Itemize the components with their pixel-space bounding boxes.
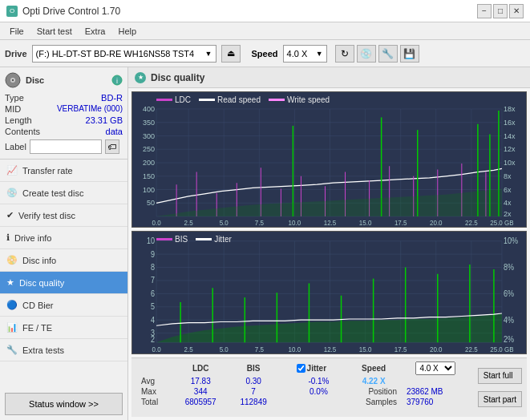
svg-text:0.0: 0.0	[152, 219, 161, 226]
maximize-button[interactable]: □	[493, 4, 508, 18]
svg-text:10x: 10x	[504, 159, 516, 167]
nav-disc-info[interactable]: 📀 Disc info	[0, 249, 127, 272]
cd-bier-icon: 🔵	[6, 300, 18, 310]
stats-buttons: Start full Start part	[478, 361, 522, 414]
svg-text:15.0: 15.0	[359, 345, 372, 353]
fe-te-icon: 📊	[6, 322, 18, 333]
nav-create-test-disc-label: Create test disc	[22, 188, 83, 198]
disc-info-icon: 📀	[6, 255, 18, 265]
svg-text:200: 200	[143, 159, 155, 167]
disc-header-icon: i	[111, 75, 123, 86]
svg-text:12x: 12x	[504, 145, 516, 153]
svg-text:6%: 6%	[504, 289, 514, 298]
col-jitter: Jitter	[292, 361, 346, 376]
svg-text:0.0: 0.0	[152, 345, 160, 353]
svg-text:12.5: 12.5	[324, 345, 337, 353]
svg-text:17.5: 17.5	[394, 219, 407, 226]
titlebar: O Opti Drive Control 1.70 − □ ✕	[0, 0, 530, 22]
nav-drive-info-label: Drive info	[14, 233, 51, 243]
close-button[interactable]: ✕	[509, 4, 524, 18]
col-speed-select: 4.0 X	[402, 361, 470, 376]
stats-avg-row: Avg 17.83 0.30 -0.1% 4.22 X	[136, 376, 470, 386]
drive-label: Drive	[5, 49, 27, 59]
svg-text:2%: 2%	[504, 334, 514, 344]
nav-extra-tests[interactable]: 🔧 Extra tests	[0, 339, 127, 361]
menu-help[interactable]: Help	[111, 25, 143, 38]
svg-text:5.0: 5.0	[220, 345, 229, 353]
col-empty	[278, 361, 291, 376]
svg-text:100: 100	[143, 185, 155, 193]
menu-start-test[interactable]: Start test	[30, 25, 79, 38]
svg-text:15.0: 15.0	[359, 219, 372, 226]
status-window-button[interactable]: Status window >>	[5, 393, 123, 415]
drivebar: Drive (F:) HL-DT-ST BD-RE WH16NS58 TST4 …	[0, 40, 530, 67]
svg-text:6: 6	[151, 289, 156, 298]
svg-text:400: 400	[143, 105, 155, 113]
legend-read-speed: Read speed	[199, 95, 261, 104]
settings-button[interactable]: 🔧	[378, 45, 398, 63]
disc-contents-row: Contents data	[5, 127, 123, 136]
label-input[interactable]	[30, 139, 102, 154]
stats-bar: LDC BIS Jitter Speed	[131, 357, 527, 417]
menubar: File Start test Extra Help	[0, 22, 530, 40]
disc-header: Disc i	[5, 72, 123, 88]
svg-text:12.5: 12.5	[324, 219, 337, 226]
svg-text:50: 50	[147, 199, 155, 207]
svg-text:18x: 18x	[504, 105, 516, 113]
nav-drive-info[interactable]: ℹ Drive info	[0, 227, 127, 249]
speed-select-right[interactable]: 4.0 X	[415, 361, 455, 375]
svg-text:4%: 4%	[504, 315, 514, 325]
app-title: Opti Drive Control 1.70	[22, 6, 120, 17]
start-part-button[interactable]: Start part	[478, 391, 522, 407]
start-full-button[interactable]: Start full	[478, 368, 522, 384]
svg-text:2.5: 2.5	[184, 219, 194, 226]
nav-cd-bier-label: CD Bier	[22, 301, 54, 310]
svg-text:10.0: 10.0	[289, 219, 301, 226]
menu-file[interactable]: File	[3, 25, 30, 38]
svg-point-2	[12, 79, 14, 81]
stats-total-row: Total 6805957 112849 Samples 379760	[136, 397, 470, 407]
legend-write-speed: Write speed	[269, 95, 330, 104]
save-button[interactable]: 💾	[400, 45, 419, 63]
svg-text:25.0 GB: 25.0 GB	[490, 345, 514, 353]
drive-select-arrow: ▼	[205, 50, 212, 58]
nav-disc-quality-label: Disc quality	[19, 278, 64, 288]
svg-text:2.5: 2.5	[184, 345, 193, 353]
app-icon: O	[6, 6, 18, 17]
svg-text:5.0: 5.0	[220, 219, 229, 226]
svg-text:4: 4	[151, 315, 156, 325]
minimize-button[interactable]: −	[477, 4, 492, 18]
drive-select[interactable]: (F:) HL-DT-ST BD-RE WH16NS58 TST4 ▼	[32, 45, 216, 63]
disc-panel: Disc i Type BD-R MID VERBATIMe (000) Len…	[0, 67, 127, 160]
content-header: ★ Disc quality	[128, 67, 530, 88]
disc-type-row: Type BD-R	[5, 93, 123, 103]
drive-info-icon: ℹ	[6, 232, 10, 243]
svg-text:6x: 6x	[504, 185, 512, 193]
nav-verify-test-disc-label: Verify test disc	[18, 211, 75, 220]
speed-select[interactable]: 4.0 X ▼	[283, 45, 327, 63]
transfer-rate-icon: 📈	[6, 165, 18, 176]
refresh-button[interactable]: ↻	[335, 45, 354, 63]
label-icon-button[interactable]: 🏷	[105, 139, 119, 154]
svg-text:8x: 8x	[504, 172, 512, 180]
nav-fe-te[interactable]: 📊 FE / TE	[0, 317, 127, 339]
disc-quality-icon: ★	[6, 277, 14, 288]
titlebar-controls: − □ ✕	[477, 4, 524, 18]
menu-extra[interactable]: Extra	[79, 25, 112, 38]
verify-test-disc-icon: ✔	[6, 210, 14, 220]
disc-icon-button[interactable]: 💿	[357, 45, 376, 63]
nav-disc-quality[interactable]: ★ Disc quality	[0, 272, 127, 294]
svg-text:10.0: 10.0	[289, 345, 301, 353]
nav-verify-test-disc[interactable]: ✔ Verify test disc	[0, 204, 127, 227]
nav-transfer-rate-label: Transfer rate	[22, 166, 73, 176]
content-header-icon: ★	[135, 72, 146, 83]
nav-transfer-rate[interactable]: 📈 Transfer rate	[0, 160, 127, 182]
nav-create-test-disc[interactable]: 💿 Create test disc	[0, 182, 127, 204]
nav-cd-bier[interactable]: 🔵 CD Bier	[0, 294, 127, 317]
svg-text:7: 7	[151, 275, 155, 285]
chart2: BIS Jitter	[131, 231, 527, 354]
jitter-checkbox[interactable]	[297, 364, 305, 373]
nav-items: 📈 Transfer rate 💿 Create test disc ✔ Ver…	[0, 160, 127, 388]
eject-button[interactable]: ⏏	[221, 45, 241, 63]
charts-area: LDC Read speed Write speed	[128, 88, 530, 420]
